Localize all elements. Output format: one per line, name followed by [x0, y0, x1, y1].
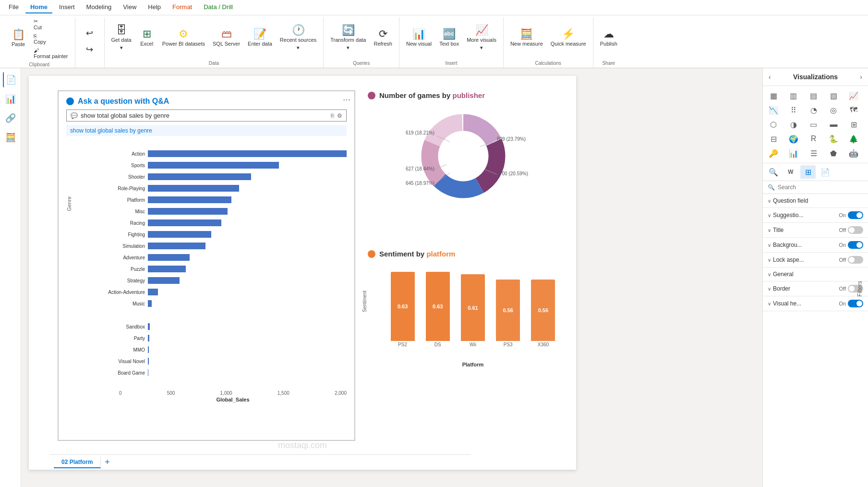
border-switch[interactable]: [848, 285, 863, 292]
more-visuals-button[interactable]: 📈 More visuals▾: [464, 23, 499, 53]
insert-items: 📊 New visual 🔤 Text box 📈 More visuals▾: [403, 17, 499, 59]
scatter-chart-icon[interactable]: ⠿: [786, 103, 801, 117]
title-header[interactable]: ∨ Title Off: [763, 223, 868, 237]
page-tab-02-platform[interactable]: 02 Platform: [54, 457, 101, 468]
qa-visual-icon[interactable]: ⊞: [800, 165, 816, 179]
line-clustered-icon[interactable]: 📈: [846, 89, 861, 102]
visual-header-toggle[interactable]: On: [839, 300, 863, 307]
add-page-button[interactable]: +: [105, 457, 110, 467]
r-visual-icon[interactable]: R: [806, 132, 821, 146]
visual-header-switch[interactable]: [848, 300, 863, 307]
bar-row: Simulation: [95, 241, 347, 251]
matrix-icon[interactable]: ⊟: [766, 132, 781, 146]
data-view-icon[interactable]: 📊: [3, 91, 18, 107]
menu-modeling[interactable]: Modeling: [82, 1, 117, 13]
format-painter-button[interactable]: 🖌 Format painter: [31, 47, 71, 60]
filled-map-icon[interactable]: 🌍: [786, 132, 801, 146]
menu-file[interactable]: File: [4, 1, 24, 13]
right-panel-forward-icon[interactable]: ›: [860, 73, 862, 81]
menu-insert[interactable]: Insert: [54, 1, 80, 13]
transform-button[interactable]: 🔄 Transform data▾: [327, 23, 369, 53]
qa-copy-icon[interactable]: ⎘: [331, 112, 334, 119]
border-toggle[interactable]: Off: [839, 285, 863, 292]
paste-button[interactable]: 📋 Paste: [8, 27, 29, 49]
undo-button[interactable]: ↩: [79, 26, 100, 41]
get-data-button[interactable]: 🗄 Get data▾: [108, 23, 134, 53]
quick-measure-button[interactable]: ⚡ Quick measure: [548, 27, 589, 49]
recent-sources-button[interactable]: 🕐 Recent sources▾: [277, 23, 319, 53]
cut-button[interactable]: ✂ Cut: [31, 17, 71, 31]
visual-header-header[interactable]: ∨ Visual he... On: [763, 296, 868, 311]
smart-narrative-icon[interactable]: 📄: [818, 165, 833, 179]
viz-search-input[interactable]: [778, 184, 863, 191]
sentiment-bar-group: 0.63 DS: [422, 272, 453, 347]
python-visual-icon[interactable]: 🐍: [826, 132, 841, 146]
model-view-icon[interactable]: 🔗: [3, 110, 18, 126]
power-bi-button[interactable]: ⚙ Power BI datasets: [159, 27, 208, 49]
menu-help[interactable]: Help: [143, 1, 166, 13]
map-icon[interactable]: 🗺: [846, 103, 861, 117]
enter-data-button[interactable]: 📝 Enter data: [245, 27, 275, 49]
redo-button[interactable]: ↪: [79, 43, 100, 57]
new-measure-button[interactable]: 🧮 New measure: [507, 27, 546, 49]
funnel-icon[interactable]: ⬡: [766, 118, 781, 131]
title-switch[interactable]: [848, 226, 863, 234]
right-panel-back-icon[interactable]: ‹: [769, 73, 771, 81]
title-label: Title: [773, 227, 784, 233]
excel-button[interactable]: ⊞ Excel: [136, 27, 157, 49]
line-chart-icon[interactable]: ▧: [826, 89, 841, 102]
decomp-tree-icon[interactable]: 🌲: [846, 132, 861, 146]
donut-chart-icon[interactable]: ◎: [826, 103, 841, 117]
title-toggle[interactable]: Off: [839, 226, 863, 234]
menu-view[interactable]: View: [118, 1, 141, 13]
slicer-icon[interactable]: ☰: [806, 146, 821, 160]
background-header[interactable]: ∨ Backgrou... On: [763, 238, 868, 252]
lock-aspect-header[interactable]: ∨ Lock aspe... Off: [763, 253, 868, 267]
card-icon[interactable]: ▭: [806, 118, 821, 131]
dax-icon[interactable]: 🧮: [3, 130, 18, 145]
key-influencers-icon[interactable]: 🔑: [766, 146, 781, 160]
question-field-header[interactable]: ∨ Question field: [763, 194, 868, 207]
lock-aspect-switch[interactable]: [848, 256, 863, 264]
sql-button[interactable]: 🗃 SQL Server: [210, 27, 243, 49]
suggestions-header[interactable]: ∨ Suggestio... On: [763, 208, 868, 222]
area-chart-icon[interactable]: 📉: [766, 103, 781, 117]
pie-chart-icon[interactable]: ◔: [806, 103, 821, 117]
refresh-button[interactable]: ⟳ Refresh: [371, 27, 395, 49]
qa-suggestion[interactable]: show total global sales by genre: [66, 125, 347, 136]
qa-search-input[interactable]: [81, 112, 328, 119]
qa-more-button[interactable]: ⋯: [343, 95, 350, 104]
100pct-stacked-bar-icon[interactable]: ▤: [806, 89, 821, 102]
bar-track: [148, 358, 347, 365]
report-view-icon[interactable]: 📄: [3, 72, 18, 87]
ai-decomp-icon[interactable]: 🤖: [846, 146, 861, 160]
background-toggle[interactable]: On: [839, 241, 863, 249]
suggestions-toggle[interactable]: On: [839, 211, 863, 219]
general-header[interactable]: ∨ General: [763, 268, 868, 281]
sent-bars-container: 0.63 PS2 0.63 DS 0.61 Wii 0.56 PS3 0.56 …: [387, 266, 559, 362]
bar-track: [148, 196, 347, 203]
menu-data-drill[interactable]: Data / Drill: [199, 1, 238, 13]
word-cloud-icon[interactable]: W: [783, 165, 798, 179]
menu-format[interactable]: Format: [168, 1, 197, 13]
new-visual-button[interactable]: 📊 New visual: [403, 27, 434, 49]
stacked-bar-chart-icon[interactable]: ▦: [766, 89, 781, 102]
bar-label: Platform: [95, 197, 148, 203]
shape-map-icon[interactable]: ⬟: [826, 146, 841, 160]
background-switch[interactable]: [848, 241, 863, 249]
table-icon[interactable]: ⊞: [846, 118, 861, 131]
gauge-icon[interactable]: ◑: [786, 118, 801, 131]
multi-row-card-icon[interactable]: ▬: [826, 118, 841, 131]
lock-aspect-toggle[interactable]: Off: [839, 256, 863, 264]
publish-button[interactable]: ☁ Publish: [597, 27, 620, 49]
suggestions-switch[interactable]: [848, 211, 863, 219]
kpi-icon[interactable]: 📊: [786, 146, 801, 160]
qa-settings-icon[interactable]: ⚙: [337, 112, 342, 119]
y-axis-label: Genre: [66, 196, 72, 211]
clustered-bar-chart-icon[interactable]: ▥: [786, 89, 801, 102]
menu-home[interactable]: Home: [25, 1, 52, 13]
border-header[interactable]: ∨ Border Off: [763, 281, 868, 296]
text-box-button[interactable]: 🔤 Text box: [436, 27, 462, 49]
copy-button[interactable]: ⎘ Copy: [31, 32, 71, 46]
search-visual-icon[interactable]: 🔍: [766, 165, 781, 179]
